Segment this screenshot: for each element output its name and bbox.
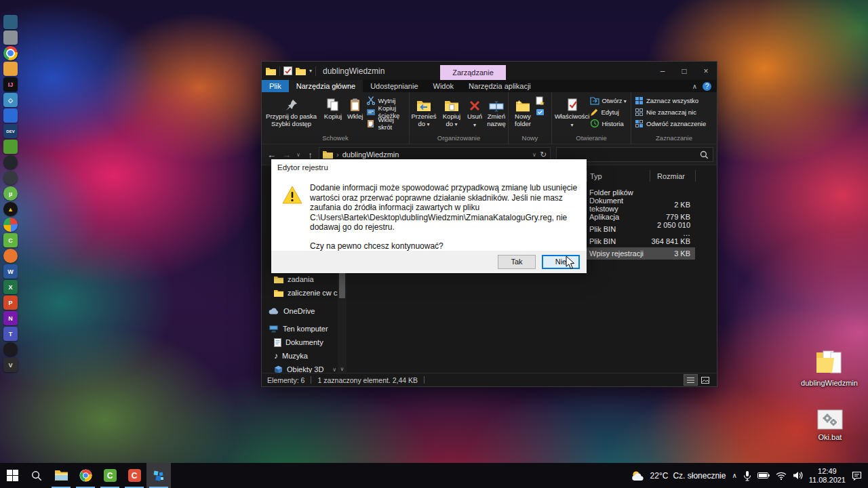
minimize-button[interactable]: – bbox=[652, 62, 673, 80]
paste-button[interactable]: Wklej bbox=[345, 94, 366, 121]
clock[interactable]: 12:49 11.08.2021 bbox=[809, 467, 846, 484]
desktop-icon-dev-cpp[interactable]: DEV bbox=[3, 124, 18, 138]
address-dropdown-icon[interactable]: ∨ bbox=[532, 152, 536, 158]
invert-selection-button[interactable]: Odwróć zaznaczenie bbox=[635, 119, 713, 128]
management-context-tab[interactable]: Zarządzanie bbox=[440, 65, 506, 80]
taskbar-camtasia[interactable]: C bbox=[98, 463, 122, 488]
move-to-button[interactable]: Przenieś do bbox=[410, 94, 438, 128]
history-button[interactable]: Historia bbox=[590, 119, 628, 128]
microphone-icon[interactable] bbox=[743, 470, 751, 481]
forward-icon[interactable]: → bbox=[280, 150, 293, 160]
details-view-button[interactable] bbox=[684, 375, 697, 385]
edit-icon bbox=[590, 108, 599, 117]
desktop-icon-dublingwiedzmin[interactable]: dublingWiedzmin bbox=[798, 348, 861, 387]
battery-icon[interactable] bbox=[757, 472, 770, 479]
copy-to-button[interactable]: Kopiuj do bbox=[439, 94, 465, 128]
new-item-button[interactable] bbox=[536, 96, 549, 105]
rename-button[interactable]: Zmień nazwę bbox=[485, 94, 508, 127]
desktop-icon-green-app[interactable] bbox=[3, 140, 18, 154]
desktop-icon-word[interactable]: W bbox=[3, 264, 18, 279]
scrollbar-thumb[interactable] bbox=[339, 270, 345, 298]
action-center-icon[interactable] bbox=[852, 471, 862, 481]
recent-locations-icon[interactable]: ∨ bbox=[295, 152, 302, 158]
sidebar-item-zadania[interactable]: zadania bbox=[262, 272, 338, 286]
desktop-icon-game-app[interactable] bbox=[3, 342, 18, 357]
desktop-icon-teams[interactable]: T bbox=[3, 327, 18, 341]
cut-button[interactable]: Wytnij bbox=[366, 96, 409, 105]
customize-qat-dropdown-icon[interactable]: ▾ bbox=[309, 68, 312, 74]
refresh-icon[interactable]: ↻ bbox=[540, 150, 547, 159]
help-icon[interactable]: ? bbox=[703, 82, 711, 91]
sidebar-item-obiekty-3d[interactable]: Obiekty 3D∨ bbox=[262, 363, 338, 373]
window-title: dublingWiedzmin bbox=[323, 66, 384, 76]
tab-udostepnianie[interactable]: Udostępnianie bbox=[363, 80, 425, 92]
sidebar-item-muzyka[interactable]: ♪Muzyka bbox=[262, 349, 338, 363]
thumbnails-view-button[interactable] bbox=[698, 375, 711, 385]
wifi-icon[interactable] bbox=[776, 472, 787, 480]
copy-path-button[interactable]: Kopiuj ścieżkę bbox=[366, 107, 409, 117]
sidebar-item-dokumenty[interactable]: Dokumenty bbox=[262, 336, 338, 349]
tray-overflow-icon[interactable]: ∧ bbox=[732, 472, 736, 479]
tab-narzedzia-glowne[interactable]: Narzędzia główne bbox=[289, 80, 363, 92]
taskbar-registry-editor[interactable] bbox=[146, 463, 171, 488]
collapse-ribbon-icon[interactable]: ∧ bbox=[692, 83, 697, 90]
tab-plik[interactable]: Plik bbox=[262, 80, 289, 92]
paste-shortcut-button[interactable]: Wklej skrót bbox=[366, 119, 409, 128]
desktop-icon-chrome[interactable] bbox=[3, 46, 18, 60]
column-header-typ[interactable]: Typ bbox=[587, 170, 650, 182]
properties-button[interactable]: Właściwości bbox=[555, 94, 589, 129]
maximize-button[interactable]: □ bbox=[673, 62, 695, 80]
desktop-icon-folder-orange[interactable] bbox=[3, 62, 18, 76]
folder-icon[interactable] bbox=[296, 67, 306, 75]
pin-to-quick-access-button[interactable]: Przypnij do paskaSzybki dostęp bbox=[262, 94, 321, 127]
select-none-button[interactable]: Nie zaznaczaj nic bbox=[635, 107, 713, 117]
taskbar-red-c-app[interactable]: C bbox=[122, 463, 146, 488]
sidebar-item-onedrive[interactable]: OneDrive bbox=[262, 304, 338, 318]
folder-icon[interactable] bbox=[266, 67, 276, 75]
easy-access-button[interactable] bbox=[536, 107, 549, 117]
tab-widok[interactable]: Widok bbox=[426, 80, 462, 92]
scroll-down-icon[interactable]: ∨ bbox=[338, 366, 347, 372]
sidebar-item-zaliczenie-cw-cz[interactable]: zaliczenie cw cz bbox=[262, 286, 338, 300]
desktop-icon-gta-v[interactable]: V bbox=[3, 358, 18, 372]
desktop-icon-onenote[interactable]: N bbox=[3, 311, 18, 325]
desktop-icon-virtualbox[interactable]: ◇ bbox=[3, 93, 18, 107]
column-header-rozmiar[interactable]: Rozmiar bbox=[650, 170, 695, 182]
weather-widget[interactable]: 22°C Cz. słonecznie bbox=[631, 470, 726, 481]
desktop-icon-this-pc[interactable] bbox=[3, 15, 18, 29]
desktop-icon-discord[interactable] bbox=[3, 171, 18, 185]
desktop-icon-blue-app[interactable] bbox=[3, 108, 18, 123]
desktop-icon-excel[interactable]: X bbox=[3, 280, 18, 294]
file-size-cell: 364 841 KB bbox=[650, 237, 690, 245]
taskbar-file-explorer[interactable] bbox=[49, 463, 73, 488]
desktop-icon-orange-hand-app[interactable] bbox=[3, 249, 18, 263]
back-icon[interactable]: ← bbox=[265, 150, 278, 160]
desktop-icon-paint-app[interactable] bbox=[3, 218, 18, 232]
up-icon[interactable]: ↑ bbox=[304, 150, 317, 160]
taskbar-start-button[interactable] bbox=[0, 463, 24, 488]
yes-button[interactable]: Tak bbox=[498, 255, 536, 269]
edit-button[interactable]: Edytuj bbox=[590, 107, 628, 117]
taskbar-search-button[interactable] bbox=[24, 463, 49, 488]
desktop-icon-camtasia[interactable]: C bbox=[3, 233, 18, 247]
select-all-button[interactable]: Zaznacz wszystko bbox=[635, 96, 713, 105]
chevron-down-icon[interactable]: ∨ bbox=[332, 367, 338, 373]
properties-shortcut-icon[interactable] bbox=[283, 66, 292, 75]
close-button[interactable]: × bbox=[695, 62, 717, 80]
delete-button[interactable]: Usuń bbox=[465, 94, 484, 129]
copy-button[interactable]: Kopiuj bbox=[321, 94, 344, 121]
tab-narzedzia-aplikacji[interactable]: Narzędzia aplikacji bbox=[461, 80, 538, 92]
new-folder-button[interactable]: Nowyfolder bbox=[511, 94, 535, 127]
desktop-icon-recycle-bin[interactable] bbox=[3, 30, 18, 45]
desktop-icon-intellij-idea[interactable]: IJ bbox=[3, 77, 18, 92]
open-button[interactable]: Otwórz bbox=[590, 96, 628, 105]
desktop-icon-hazard-app[interactable]: ▲ bbox=[3, 202, 18, 216]
breadcrumb-location[interactable]: dublingWiedzmin bbox=[342, 150, 399, 159]
desktop-icon-oki-bat[interactable]: Oki.bat bbox=[799, 409, 861, 441]
sidebar-item-ten-komputer[interactable]: Ten komputer bbox=[262, 322, 338, 336]
desktop-icon-utorrent[interactable]: µ bbox=[3, 186, 18, 201]
desktop-icon-dark-sphere-app[interactable] bbox=[3, 155, 18, 169]
taskbar-chrome[interactable] bbox=[73, 463, 98, 488]
desktop-icon-powerpoint[interactable]: P bbox=[3, 296, 18, 310]
volume-icon[interactable] bbox=[793, 471, 803, 480]
